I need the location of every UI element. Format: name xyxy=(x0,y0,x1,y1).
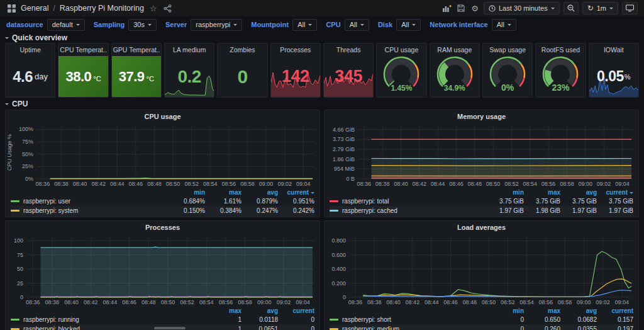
panel-title[interactable]: Memory usage xyxy=(325,110,638,123)
legend-stat-value: 0.384% xyxy=(205,207,242,214)
svg-text:08:46: 08:46 xyxy=(122,299,136,305)
variable-value-dropdown[interactable]: All xyxy=(292,19,317,31)
chevron-down-icon xyxy=(233,24,237,28)
zoom-out-time-button[interactable] xyxy=(564,2,579,14)
panel-title[interactable]: Processes xyxy=(6,221,319,234)
svg-text:08:38: 08:38 xyxy=(375,181,390,187)
legend-sort-column-min[interactable]: min xyxy=(169,189,205,196)
chevron-down-icon xyxy=(5,37,9,41)
horizontal-scrollbar-thumb[interactable] xyxy=(154,327,186,329)
legend-stat-value: 0.0118 xyxy=(242,316,278,323)
panel-title: CPU usage xyxy=(378,46,425,54)
legend-sort-column-max[interactable]: max xyxy=(524,189,560,196)
svg-text:08:44: 08:44 xyxy=(431,181,445,187)
share-icon[interactable] xyxy=(163,3,173,13)
variable-value-dropdown[interactable]: 30s xyxy=(128,19,157,31)
variable-value-dropdown[interactable]: All xyxy=(492,19,516,31)
series-color-dash xyxy=(330,210,338,212)
variable-value-dropdown[interactable]: default xyxy=(47,19,85,31)
svg-text:100: 100 xyxy=(14,237,23,244)
svg-text:1.86 GiB: 1.86 GiB xyxy=(333,156,355,162)
legend-series-label[interactable]: raspberrypi: user xyxy=(23,198,169,205)
legend-sort-column-current[interactable]: current xyxy=(597,307,633,314)
breadcrumb-section[interactable]: General xyxy=(21,4,48,13)
legend-sort-column-avg[interactable]: avg xyxy=(242,307,278,314)
svg-text:50%: 50% xyxy=(22,151,33,157)
svg-text:08:52: 08:52 xyxy=(504,181,519,187)
svg-text:09:04: 09:04 xyxy=(615,299,630,305)
legend-stat-value: 1.98 GiB xyxy=(524,207,560,214)
gauge-value: 1.45% xyxy=(377,84,426,93)
panel-title: Swap usage xyxy=(484,46,531,54)
legend-sort-column-avg[interactable]: avg xyxy=(560,307,597,314)
series-color-dash xyxy=(11,200,19,202)
variable-value-dropdown[interactable]: raspberrypi xyxy=(191,19,242,31)
chevron-down-icon xyxy=(508,24,511,28)
legend-series-label[interactable]: raspberrypi: running xyxy=(23,316,205,323)
row-toggle-cpu[interactable]: CPU xyxy=(5,100,28,108)
legend-sort-column-max[interactable]: max xyxy=(205,189,242,196)
panel-la-medium: LA medium 0.2 xyxy=(164,43,214,98)
legend-series-label[interactable]: raspberrypi: medium xyxy=(342,326,487,330)
legend-sort-column-avg[interactable]: avg xyxy=(560,189,597,196)
stat-value: 0 xyxy=(218,56,267,97)
add-panel-icon[interactable] xyxy=(442,3,452,13)
legend-stat-value: 0.157 xyxy=(597,316,633,323)
star-icon[interactable]: ☆ xyxy=(148,3,158,13)
legend-sort-column-max[interactable]: max xyxy=(205,307,242,314)
legend-stat-value: 0.260 xyxy=(524,326,560,330)
template-variables-row: datasource default Sampling 30s Server r… xyxy=(0,16,644,33)
svg-text:08:48: 08:48 xyxy=(147,181,162,187)
stat-value: 38.0°C xyxy=(65,69,101,85)
svg-text:CPU Usage %: CPU Usage % xyxy=(6,134,13,171)
panel-title: Zombies xyxy=(219,46,265,54)
panel-title[interactable]: Load averages xyxy=(325,221,638,234)
variable-value-dropdown[interactable]: All xyxy=(396,19,421,31)
svg-text:08:36: 08:36 xyxy=(357,181,372,187)
legend-series-label[interactable]: raspberrypi: system xyxy=(23,207,169,214)
legend-stat-value: 1.61% xyxy=(205,198,242,205)
svg-text:0%: 0% xyxy=(25,176,33,182)
quick-overview-row: Uptime 4.6day CPU Temperat... 38.0°C GPU… xyxy=(5,43,639,98)
legend-sort-column-max[interactable]: max xyxy=(524,307,560,314)
processes-chart[interactable]: 025507510008:3608:3808:4008:4208:4408:46… xyxy=(6,234,319,307)
panel-ram-usage-gauge: RAM usage 34.9% xyxy=(430,43,480,98)
legend-stat-value: 1.97 GiB xyxy=(560,207,597,214)
legend-stat-value: 0.197 xyxy=(597,326,633,330)
variable-value-dropdown[interactable]: All xyxy=(345,19,369,31)
legend-sort-column-current[interactable]: current xyxy=(278,307,314,314)
panel-title[interactable]: CPU usage xyxy=(6,110,319,123)
load-averages-chart[interactable]: 00.2000.4000.6000.80008:3608:3808:4008:4… xyxy=(325,234,638,307)
legend-stat-value: 0.0355 xyxy=(560,326,597,330)
gauge-value: 23% xyxy=(536,82,585,93)
cpu-usage-chart[interactable]: 0%25%50%75%100%08:3608:3808:4008:4208:44… xyxy=(6,123,319,188)
chevron-down-icon xyxy=(360,24,364,28)
row-toggle-quick-overview[interactable]: Quick overview xyxy=(5,33,67,42)
save-dashboard-icon[interactable] xyxy=(456,3,466,13)
refresh-icon: ↻ xyxy=(587,4,594,13)
legend-series-label[interactable]: raspberrypi: total xyxy=(342,198,487,205)
panel-cpu-usage-gauge: CPU usage 1.45% xyxy=(376,43,426,98)
dashboards-grid-icon[interactable] xyxy=(6,3,16,13)
time-range-picker[interactable]: Last 30 minutes xyxy=(484,2,560,14)
legend-stat-value: 0.650 xyxy=(524,316,560,323)
legend-sort-column-current[interactable]: current xyxy=(278,189,314,196)
time-range-label: Last 30 minutes xyxy=(499,4,548,12)
breadcrumb-dashboard-title[interactable]: Raspberry Pi Monitoring xyxy=(60,4,144,13)
legend-sort-column-current[interactable]: current xyxy=(597,189,633,196)
legend-series-label[interactable]: raspberrypi: short xyxy=(342,316,487,323)
legend-series-label[interactable]: raspberrypi: cached xyxy=(342,207,487,214)
memory-usage-chart[interactable]: 0 B954 MiB1.86 GiB2.79 GiB3.73 GiB4.66 G… xyxy=(325,123,638,188)
panel-iowait: IOWait 0.05% xyxy=(589,43,639,98)
svg-text:08:44: 08:44 xyxy=(103,299,118,305)
legend-sort-column-min[interactable]: min xyxy=(487,189,524,196)
panel-load-averages-graph: Load averages 00.2000.4000.6000.80008:36… xyxy=(324,220,639,330)
legend-sort-column-avg[interactable]: avg xyxy=(242,189,278,196)
kiosk-mode-button[interactable] xyxy=(622,2,638,14)
svg-text:08:42: 08:42 xyxy=(406,299,420,305)
legend-header: minmaxavgcurrent xyxy=(330,307,633,315)
legend-sort-column-min[interactable]: min xyxy=(487,307,524,314)
chevron-down-icon xyxy=(76,24,80,28)
settings-gear-icon[interactable]: ⚙ xyxy=(470,3,480,13)
refresh-picker[interactable]: ↻ 1m xyxy=(582,2,618,14)
